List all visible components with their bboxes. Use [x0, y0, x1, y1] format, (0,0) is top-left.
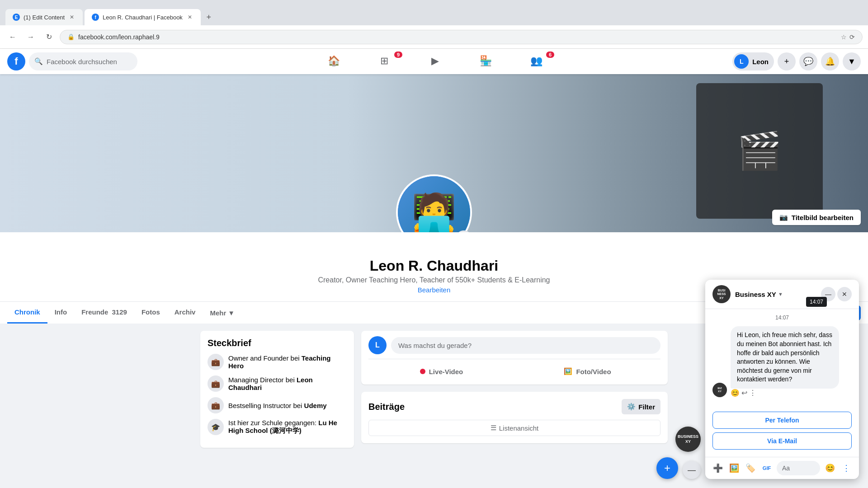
main-content: Steckbrief 💼 Owner and Founder bei Teach… [193, 324, 675, 462]
chat-message-row: BIZXY Hi Leon, ich freue mich sehr, dass… [712, 326, 852, 397]
browser-chrome: E (1) Edit Content ✕ f Leon R. Chaudhari… [0, 0, 868, 25]
tab-close-edit[interactable]: ✕ [68, 14, 75, 21]
chat-gif-icon[interactable]: GIF [760, 461, 774, 475]
tab-info[interactable]: Info [47, 302, 75, 324]
nav-center: 🏠 ⊞ 9 ▶ 🏪 👥 6 [137, 49, 732, 74]
post-avatar: L [368, 336, 387, 354]
briefcase-icon-1: 💼 [208, 354, 224, 370]
nav-groups[interactable]: 👥 6 [511, 49, 561, 74]
chat-sticker-icon[interactable]: 🏷️ [743, 461, 758, 475]
nav-social[interactable]: ⊞ 9 [359, 49, 410, 74]
live-video-button[interactable]: Live-Video [368, 364, 514, 379]
chat-more-button[interactable]: ⋮ [839, 461, 854, 475]
steckbrief-text-3: Bestselling Instructor bei Udemy [228, 402, 327, 409]
edit-link[interactable]: Bearbeiten [418, 286, 451, 294]
steckbrief-item-3: 💼 Bestselling Instructor bei Udemy [208, 397, 347, 413]
new-tab-button[interactable]: + [203, 11, 215, 23]
tab-close-fb[interactable]: ✕ [186, 14, 193, 21]
bio-text: Creator, Owner Teaching Hero, Teacher of… [318, 276, 550, 284]
tab-archiv[interactable]: Archiv [167, 302, 203, 324]
chat-close-button[interactable]: ✕ [837, 287, 852, 301]
notifications-button[interactable]: 🔔 [821, 52, 839, 70]
social-badge: 9 [394, 52, 402, 58]
steckbrief-bold-4: Lu He High School (潞河中学) [228, 419, 337, 434]
right-panel: L Was machst du gerade? Live-Video 🖼️ Fo… [361, 331, 668, 455]
freunde-label: Freunde [81, 308, 108, 316]
back-button[interactable]: ← [5, 30, 20, 44]
tab-edit-content[interactable]: E (1) Edit Content ✕ [5, 9, 83, 25]
beitraege-title: Beiträge [368, 402, 405, 412]
chat-photo-icon[interactable]: 🖼️ [727, 461, 741, 475]
nav-video[interactable]: ▶ [410, 49, 460, 74]
post-box: L Was machst du gerade? Live-Video 🖼️ Fo… [361, 331, 668, 385]
user-chip[interactable]: L Leon [732, 52, 774, 70]
steckbrief-card: Steckbrief 💼 Owner and Founder bei Teach… [200, 331, 354, 448]
nav-right: L Leon + 💬 🔔 ▼ [732, 52, 861, 70]
post-input[interactable]: Was machst du gerade? [391, 337, 660, 354]
chat-bubble: Hi Leon, ich freue mich sehr, dass du me… [731, 326, 839, 389]
facebook-nav: f 🔍 Facebook durchsuchen 🏠 ⊞ 9 ▶ 🏪 👥 6 L… [0, 49, 868, 74]
tab-fotos[interactable]: Fotos [134, 302, 167, 324]
profile-name: Leon R. Chaudhari [0, 258, 868, 274]
search-icon: 🔍 [34, 57, 43, 66]
steckbrief-bold-1: Teaching Hero [228, 354, 331, 370]
cover-photo: 🎬 📷 Titelbild bearbeiten 🧑‍💻 📷 [0, 74, 868, 232]
biz-float-label: BUSINESS XY [675, 434, 701, 444]
chat-add-icon[interactable]: ➕ [711, 461, 725, 475]
steckbrief-item-4: 🎓 Ist hier zur Schule gegangen: Lu He Hi… [208, 419, 347, 435]
chat-bubble-actions: 😊 ↩ ⋮ [731, 389, 852, 397]
address-bar[interactable]: 🔒 facebook.com/leon.raphael.9 ☆ ⟳ [60, 30, 863, 44]
filter-button[interactable]: ⚙️ Filter [622, 399, 660, 414]
list-view-button[interactable]: ☰ Listenansicht [368, 420, 660, 436]
nav-home[interactable]: 🏠 [308, 49, 359, 74]
emoji-reaction-icon[interactable]: 😊 [731, 389, 740, 397]
nav-marketplace[interactable]: 🏪 [460, 49, 511, 74]
chat-input-icons: ➕ 🖼️ 🏷️ GIF [711, 461, 774, 475]
tab-freunde[interactable]: Freunde 3129 [74, 302, 134, 324]
email-option-button[interactable]: Via E-Mail [712, 432, 852, 450]
steckbrief-item-1: 💼 Owner and Founder bei Teaching Hero [208, 354, 347, 370]
business-xy-float-button[interactable]: BUSINESS XY [675, 427, 701, 452]
list-view-label: Listenansicht [499, 424, 539, 432]
messenger-button[interactable]: 💬 [799, 52, 817, 70]
chat-bot-avatar: BIZXY [712, 383, 727, 397]
avatar-face: 🧑‍💻 [411, 191, 457, 232]
chat-text-input[interactable]: Aa [777, 461, 820, 475]
phone-option-button[interactable]: Per Telefon [712, 412, 852, 429]
timestamp-tooltip: 14:07 [806, 297, 827, 307]
photo-video-button[interactable]: 🖼️ Foto/Video [514, 364, 660, 379]
search-bar[interactable]: 🔍 Facebook durchsuchen [29, 52, 137, 70]
steckbrief-bold-3: Udemy [304, 402, 327, 409]
tab-mehr[interactable]: Mehr ▼ [203, 303, 242, 323]
chat-input-area: ➕ 🖼️ 🏷️ GIF Aa 😊 ⋮ [705, 457, 859, 479]
account-menu-button[interactable]: ▼ [843, 52, 861, 70]
expand-float-button[interactable]: — [683, 461, 701, 479]
chat-title: Business XY ▼ [735, 291, 812, 298]
tab-label-fb: Leon R. Chaudhari | Facebook [103, 14, 183, 21]
tab-chronik[interactable]: Chronik [7, 302, 47, 324]
left-panel: Steckbrief 💼 Owner and Founder bei Teach… [200, 331, 354, 455]
tab-favicon-edit: E [13, 14, 20, 21]
steckbrief-text-4: Ist hier zur Schule gegangen: Lu He High… [228, 419, 347, 435]
chat-timestamp: 14:07 [712, 314, 852, 321]
chat-body: 14:07 BIZXY Hi Leon, ich freue mich sehr… [705, 309, 859, 408]
live-dot [420, 369, 425, 374]
tab-facebook[interactable]: f Leon R. Chaudhari | Facebook ✕ [85, 9, 201, 25]
chat-input-right: 😊 ⋮ [823, 461, 854, 475]
post-box-top: L Was machst du gerade? [368, 336, 660, 354]
user-avatar: L [734, 54, 749, 69]
chat-emoji-icon[interactable]: 😊 [823, 461, 837, 475]
user-name: Leon [752, 58, 769, 66]
forward-button[interactable]: → [24, 30, 38, 44]
add-float-button[interactable]: + [656, 457, 678, 479]
mehr-chevron: ▼ [228, 309, 235, 317]
reply-icon[interactable]: ↩ [741, 389, 747, 397]
refresh-button[interactable]: ↻ [42, 30, 56, 44]
chat-bubble-wrapper: Hi Leon, ich freue mich sehr, dass du me… [731, 326, 852, 397]
more-options-icon[interactable]: ⋮ [749, 389, 756, 397]
facebook-logo: f [7, 52, 25, 70]
avatar-illustration: 🧑‍💻 [398, 176, 470, 232]
chat-widget: BUSINESSXY Business XY ▼ 14:07 — ✕ 14:07… [705, 280, 859, 479]
add-button[interactable]: + [778, 52, 796, 70]
cover-edit-button[interactable]: 📷 Titelbild bearbeiten [772, 210, 861, 225]
